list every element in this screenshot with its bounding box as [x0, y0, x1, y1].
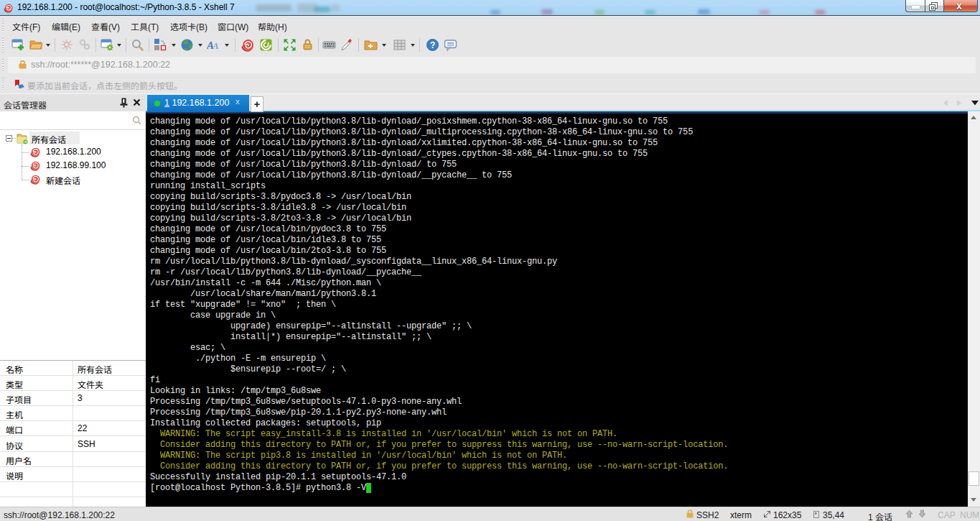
svg-text:?: ?	[430, 40, 435, 50]
svg-text:A: A	[212, 40, 219, 51]
